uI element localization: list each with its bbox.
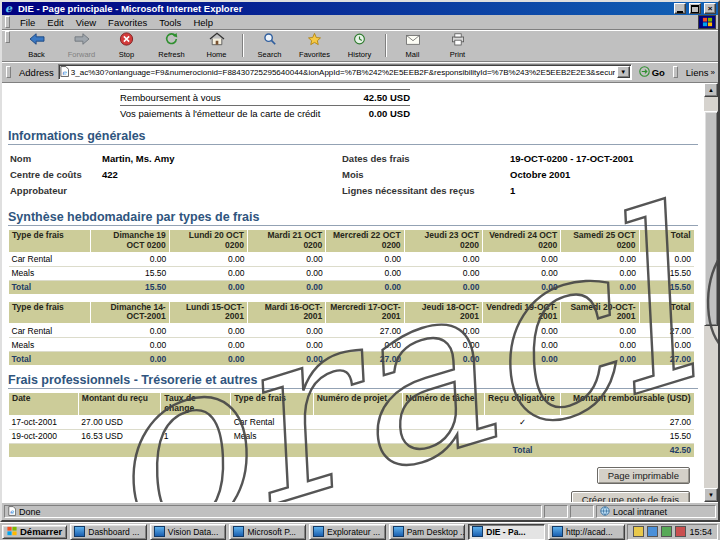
menu-item-help[interactable]: Help [187,16,219,29]
close-button[interactable]: × [704,3,716,14]
field-label-nom: Nom [10,153,102,164]
clock[interactable]: 15:54 [689,527,712,537]
tray-antivirus-icon[interactable] [675,526,686,537]
table-header-row: Type de fraisDimanche 19 OCT 0200Lundi 2… [9,230,695,253]
start-button[interactable]: Démarrer [2,525,67,539]
toolbar: BackForwardStopRefreshHomeSearchFavorite… [2,30,718,62]
toolbar-separator [242,34,244,57]
cash-expense-table: DateMontant du reçuTaux de changeType de… [8,392,695,457]
taskbar: Démarrer Dashboard ...Vision Data...Micr… [0,522,720,540]
taskbar-item-label: Microsoft P... [247,527,296,537]
go-button[interactable]: Go [636,66,668,79]
toolbar-button-label: Refresh [158,51,184,59]
address-dropdown-button[interactable]: ▼ [617,66,630,78]
toolbar-grip[interactable] [5,31,10,43]
column-header: Vendredi 19-OCT-2001 [482,301,560,324]
create-expense-report-button[interactable]: Créer une note de frais [571,491,690,502]
taskbar-item-3[interactable]: Explorateur ... [309,524,386,540]
status-message-panel: e Done [4,505,542,518]
window-icon [472,526,483,537]
addressbar-grip[interactable] [6,66,11,78]
toolbar-button-favorites[interactable]: Favorites [292,31,337,60]
chevron-right-icon: » [711,68,715,77]
column-header: Taux de change [161,393,231,416]
content-area: Remboursement à vous 42.50 USD Vos paiem… [2,83,718,502]
column-header: Dimanche 19 OCT 0200 [91,230,169,253]
table-row: Car Rental0.000.000.000.000.000.000.000.… [9,252,695,266]
taskbar-item-6[interactable]: http://acad... [548,524,625,540]
column-header: Dimanche 14-OCT-2001 [91,301,169,324]
menu-item-view[interactable]: View [70,16,102,29]
table-header-row: Type de fraisDimanche 14-OCT-2001Lundi 1… [9,301,695,324]
browser-window: e DIE - Page principale - Microsoft Inte… [0,0,720,522]
links-bar[interactable]: Liens » [686,67,715,78]
action-buttons: Page imprimable Créer une note de frais [8,467,690,502]
menu-item-favorites[interactable]: Favorites [102,16,153,29]
taskbar-item-0[interactable]: Dashboard ... [70,524,147,540]
column-header: Total [639,301,694,324]
toolbar-button-label: Print [450,51,465,59]
column-header: Mercredi 17-OCT-2001 [326,301,404,324]
toolbar-button-refresh[interactable]: Refresh [149,31,194,60]
table-row: 17-oct-200127.00 USDCar Rental✓27.00 [9,415,695,429]
titlebar: e DIE - Page principale - Microsoft Inte… [2,2,718,15]
address-input[interactable] [71,67,615,78]
links-grip[interactable] [673,66,678,78]
column-header: Lundi 20 OCT 0200 [169,230,247,253]
toolbar-button-history[interactable]: History [337,31,382,60]
field-value-approbateur [102,185,342,196]
summary-value: 0.00 USD [369,108,410,119]
menu-item-edit[interactable]: Edit [41,16,69,29]
desktop: { "colors": { "titlebar_start": "#000080… [0,0,720,540]
start-label: Démarrer [20,526,62,537]
toolbar-button-back[interactable]: Back [14,31,59,60]
back-icon [28,32,46,50]
section-title-weekly-summary: Synthèse hebdomadaire par types de frais [8,210,698,226]
refresh-icon [164,32,179,50]
page-doc-icon: e [60,66,69,79]
taskbar-item-2[interactable]: Microsoft P... [229,524,306,540]
section-title-cash-expenses: Frais professionnels - Trésorerie et aut… [8,373,698,389]
toolbar-button-forward[interactable]: Forward [59,31,104,60]
summary-label: Remboursement à vous [120,92,221,103]
toolbar-button-home[interactable]: Home [194,31,239,60]
table-header-row: DateMontant du reçuTaux de changeType de… [9,393,695,416]
taskbar-item-5[interactable]: DIE - Pa... [468,524,545,540]
scroll-up-button[interactable]: ▲ [704,83,718,97]
toolbar-button-mail[interactable]: Mail [390,31,435,60]
statusbar: e Done Local intranet [2,502,718,520]
tray-network-icon[interactable] [661,526,672,537]
scroll-down-button[interactable]: ▼ [704,488,718,502]
menu-item-file[interactable]: File [14,16,41,29]
toolbar-button-print[interactable]: Print [435,31,480,60]
menubar-grip[interactable] [5,16,10,28]
field-value-lignes-recus: 1 [510,185,696,196]
toolbar-button-label: Home [206,51,226,59]
vertical-scrollbar[interactable]: ▲ ▼ [704,83,718,502]
field-label-dates: Dates des frais [342,153,510,164]
taskbar-item-1[interactable]: Vision Data... [150,524,227,540]
window-icon [393,526,404,537]
menu-item-tools[interactable]: Tools [153,16,187,29]
window-icon [233,526,244,537]
toolbar-button-stop[interactable]: Stop [104,31,149,60]
toolbar-button-search[interactable]: Search [247,31,292,60]
taskbar-item-label: Pam Desktop ... [407,527,466,537]
tray-display-icon[interactable] [647,526,658,537]
address-field: e ▼ [58,64,632,80]
window-icon [74,526,85,537]
minimize-button[interactable] [674,3,686,14]
menubar: FileEditViewFavoritesToolsHelp [2,15,718,30]
printable-page-button[interactable]: Page imprimable [597,467,690,484]
security-zone-panel: Local intranet [596,505,716,518]
toolbar-button-label: History [348,51,371,59]
svg-text:e: e [5,3,13,14]
field-value-mois: Octobre 2001 [510,169,696,180]
taskbar-item-4[interactable]: Pam Desktop ... [389,524,466,540]
column-header: Type de frais [9,301,91,324]
tray-volume-icon[interactable] [633,526,644,537]
scrollbar-thumb[interactable] [704,111,718,326]
column-header: Montant remboursable (USD) [561,393,694,416]
go-label: Go [652,67,665,78]
maximize-button[interactable] [689,3,701,14]
